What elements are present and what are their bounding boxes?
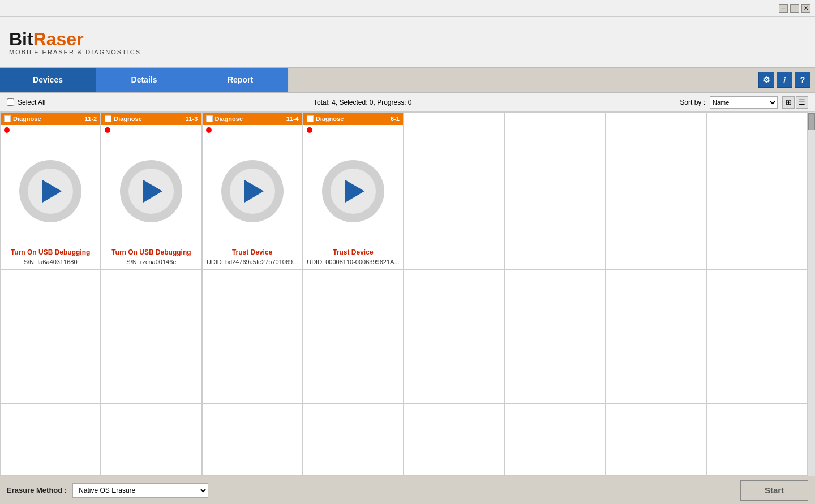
- device-cell-13: [404, 269, 504, 404]
- bottom-bar: Erasure Method : Native OS Erasure DoD 5…: [0, 476, 815, 504]
- cell-action-label-1: Turn On USB Debugging: [1, 247, 100, 257]
- cell-status-label-2: Diagnose: [114, 115, 142, 122]
- cell-status-label-4: Diagnose: [316, 115, 344, 122]
- play-circle-inner-2: [128, 169, 174, 214]
- cell-dot-3: [206, 127, 212, 133]
- app-subtitle: MOBILE ERASER & DIAGNOSTICS: [9, 49, 141, 55]
- toolbar-right: Sort by : Name Date Status ⊞ ☰: [680, 96, 808, 109]
- play-circle-inner-1: [28, 169, 73, 214]
- cell-checkbox-4[interactable]: [307, 115, 314, 122]
- device-cell-1[interactable]: Diagnose 11-2 Turn On USB Debugging S/N:…: [0, 112, 101, 269]
- select-all-checkbox[interactable]: [7, 98, 14, 106]
- device-cell-22: [504, 403, 605, 476]
- cell-port-4: 6-1: [391, 115, 400, 122]
- device-cell-12: [303, 269, 404, 404]
- start-button[interactable]: Start: [740, 480, 808, 501]
- minimize-button[interactable]: ─: [779, 4, 788, 13]
- cell-info-1: S/N: fa6a40311680: [1, 257, 100, 269]
- cell-checkbox-1[interactable]: [4, 115, 11, 122]
- cell-header-3: Diagnose 11-4: [203, 113, 302, 125]
- device-cell-3[interactable]: Diagnose 11-4 Trust Device UDID: bd24769…: [202, 112, 303, 269]
- tab-bar: Devices Details Report ⚙ i ?: [0, 68, 815, 93]
- sort-select[interactable]: Name Date Status: [710, 96, 778, 109]
- cell-port-1: 11-2: [84, 115, 97, 122]
- device-cell-21: [404, 403, 504, 476]
- device-cell-15: [606, 269, 706, 404]
- info-icon-button[interactable]: i: [777, 72, 792, 88]
- device-cell-2[interactable]: Diagnose 11-3 Turn On USB Debugging S/N:…: [101, 112, 201, 269]
- titlebar: ─ □ ✕: [0, 0, 815, 17]
- view-icons: ⊞ ☰: [782, 96, 808, 109]
- cell-dot-4: [307, 127, 312, 133]
- tab-report[interactable]: Report: [192, 68, 289, 92]
- scrollbar-vertical[interactable]: [807, 112, 815, 476]
- grid-view-button[interactable]: ⊞: [782, 96, 795, 109]
- cell-dot-1: [4, 127, 10, 133]
- cell-action-label-3: Trust Device: [203, 247, 302, 257]
- device-cell-14: [504, 269, 605, 404]
- toolbar-center: Total: 4, Selected: 0, Progress: 0: [54, 98, 671, 106]
- play-circle-inner-3: [230, 169, 275, 214]
- select-all-label: Select All: [18, 98, 45, 106]
- window-controls: ─ □ ✕: [779, 4, 810, 13]
- device-cell-4[interactable]: Diagnose 6-1 Trust Device UDID: 00008110…: [303, 112, 404, 269]
- cell-play-area-4[interactable]: [303, 135, 403, 247]
- cell-info-3: UDID: bd24769a5fe27b701069...: [203, 257, 302, 269]
- settings-icon-button[interactable]: ⚙: [758, 72, 774, 88]
- play-triangle-3: [244, 180, 264, 203]
- device-cell-20: [303, 403, 404, 476]
- help-icon-button[interactable]: ?: [795, 72, 810, 88]
- device-cell-10: [101, 269, 201, 404]
- play-circle-outer-2: [120, 160, 182, 222]
- play-triangle-4: [345, 180, 364, 203]
- cell-header-4: Diagnose 6-1: [303, 113, 403, 125]
- tab-devices[interactable]: Devices: [0, 68, 96, 92]
- cell-header-1: Diagnose 11-2: [1, 113, 100, 125]
- erasure-method-select[interactable]: Native OS Erasure DoD 5220.22-M NIST 800…: [72, 483, 208, 498]
- play-circle-outer-3: [221, 160, 284, 222]
- list-view-button[interactable]: ☰: [796, 96, 808, 109]
- device-cell-17: [0, 403, 101, 476]
- cell-port-3: 11-4: [286, 115, 299, 122]
- sort-by-label: Sort by :: [680, 98, 705, 106]
- scrollbar-thumb[interactable]: [808, 113, 815, 130]
- cell-port-2: 11-3: [185, 115, 198, 122]
- cell-status-label-1: Diagnose: [13, 115, 41, 122]
- play-triangle-2: [143, 180, 162, 203]
- cell-play-area-1[interactable]: [1, 135, 100, 247]
- device-cell-24: [706, 403, 807, 476]
- logo-area: BitRaser MOBILE ERASER & DIAGNOSTICS: [9, 29, 141, 55]
- main-content: Devices Details Report ⚙ i ? Select All …: [0, 68, 815, 504]
- device-cell-8: [706, 112, 807, 269]
- play-triangle-1: [42, 180, 62, 203]
- app-header: BitRaser MOBILE ERASER & DIAGNOSTICS: [0, 17, 815, 68]
- cell-checkbox-3[interactable]: [206, 115, 213, 122]
- cell-info-2: S/N: rzcna00146e: [101, 257, 201, 269]
- tab-details[interactable]: Details: [96, 68, 192, 92]
- cell-checkbox-2[interactable]: [105, 115, 111, 122]
- device-cell-23: [606, 403, 706, 476]
- device-grid-area: Diagnose 11-2 Turn On USB Debugging S/N:…: [0, 112, 815, 476]
- device-cell-18: [101, 403, 201, 476]
- cell-play-area-2[interactable]: [101, 135, 201, 247]
- cell-action-label-4: Trust Device: [303, 247, 403, 257]
- erasure-method-label: Erasure Method :: [7, 486, 67, 494]
- device-cell-7: [606, 112, 706, 269]
- app-title: BitRaser: [9, 29, 141, 50]
- device-cell-16: [706, 269, 807, 404]
- cell-info-4: UDID: 00008110-0006399621A...: [303, 257, 403, 269]
- status-text: Total: 4, Selected: 0, Progress: 0: [314, 98, 411, 106]
- device-cell-5: [404, 112, 504, 269]
- tab-icon-group: ⚙ i ?: [758, 68, 815, 92]
- maximize-button[interactable]: □: [790, 4, 799, 13]
- device-cell-6: [504, 112, 605, 269]
- play-circle-outer-4: [322, 160, 384, 222]
- cell-header-2: Diagnose 11-3: [101, 113, 201, 125]
- toolbar-left: Select All: [7, 98, 45, 106]
- cell-play-area-3[interactable]: [203, 135, 302, 247]
- device-cell-19: [202, 403, 303, 476]
- toolbar: Select All Total: 4, Selected: 0, Progre…: [0, 93, 815, 112]
- close-button[interactable]: ✕: [801, 4, 810, 13]
- device-cell-9: [0, 269, 101, 404]
- play-circle-outer-1: [19, 160, 82, 222]
